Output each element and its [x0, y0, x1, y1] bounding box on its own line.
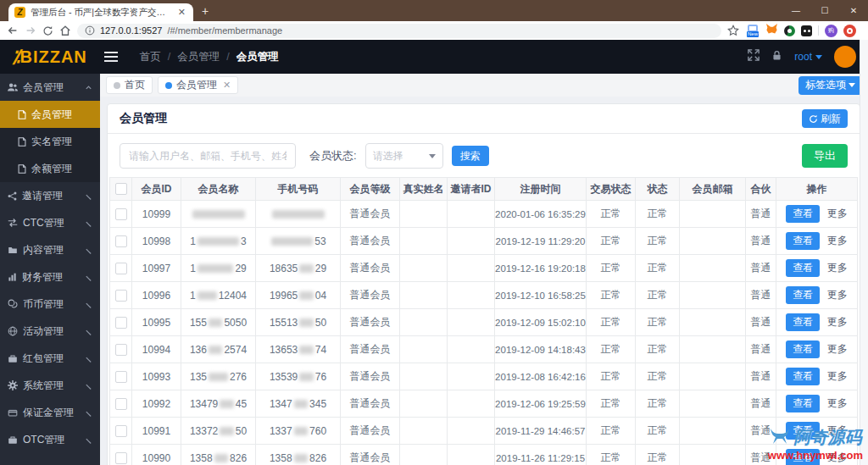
- view-button[interactable]: 查看: [786, 368, 820, 385]
- tag-options-button[interactable]: 标签选项: [798, 76, 862, 95]
- sidebar-group[interactable]: 系统管理: [0, 372, 100, 399]
- dark-extension-icon[interactable]: [801, 25, 812, 36]
- sidebar-subitem[interactable]: 实名管理: [0, 128, 100, 155]
- view-button[interactable]: 查看: [786, 313, 820, 331]
- redacted-text: [220, 427, 234, 435]
- row-checkbox[interactable]: [115, 344, 127, 356]
- browser-tab[interactable]: Z 管理后台 - 币严|全球数字资产交… ✕: [8, 3, 193, 21]
- cell-email: [680, 309, 746, 336]
- search-button[interactable]: 搜索: [452, 146, 489, 166]
- more-button[interactable]: 更多: [827, 208, 848, 219]
- view-button[interactable]: 查看: [786, 232, 820, 250]
- cell-email: [680, 445, 746, 465]
- refresh-button[interactable]: 刷新: [802, 109, 848, 128]
- page-scrollbar[interactable]: [860, 40, 868, 465]
- cell-email: [680, 418, 746, 445]
- user-dropdown[interactable]: root: [794, 51, 822, 63]
- reload-icon[interactable]: [42, 25, 53, 36]
- tab-dot-icon: [114, 82, 120, 89]
- row-checkbox[interactable]: [115, 263, 127, 274]
- sidebar-group[interactable]: OTC管理: [0, 426, 100, 453]
- sidebar-group[interactable]: 内容管理: [0, 236, 100, 263]
- address-bar[interactable]: 127.0.0.1:9527/#/member/membermanage: [77, 24, 721, 38]
- view-button[interactable]: 查看: [786, 340, 820, 358]
- column-header: 邀请者ID: [448, 178, 495, 201]
- tab-dot-icon: [165, 82, 172, 89]
- folder-icon: [8, 246, 18, 255]
- more-button[interactable]: 更多: [827, 397, 848, 409]
- more-button[interactable]: 更多: [827, 289, 848, 301]
- row-checkbox[interactable]: [115, 452, 127, 464]
- cell-register-time: 2019-11-29 14:46:57: [495, 418, 587, 445]
- sidebar-group[interactable]: 邀请管理: [0, 182, 100, 209]
- view-button[interactable]: 查看: [786, 259, 820, 277]
- view-button[interactable]: 查看: [786, 205, 820, 223]
- bookmark-star-icon[interactable]: [727, 25, 739, 36]
- hamburger-menu-icon[interactable]: [104, 52, 118, 62]
- row-checkbox[interactable]: [115, 371, 127, 383]
- more-button[interactable]: 更多: [827, 262, 848, 274]
- select-all-header: [110, 178, 132, 201]
- more-button[interactable]: 更多: [827, 235, 848, 246]
- green-extension-icon[interactable]: [784, 25, 795, 36]
- refresh-icon: [809, 114, 818, 124]
- view-button[interactable]: 查看: [786, 286, 820, 304]
- table-row: 10993 135276 1353976 普通会员 2019-12-08 16:…: [110, 363, 858, 390]
- tab-close-icon[interactable]: ✕: [176, 7, 187, 18]
- share-icon: [8, 191, 17, 201]
- more-button[interactable]: 更多: [827, 370, 848, 382]
- sidebar-group[interactable]: 财务管理: [0, 263, 100, 291]
- row-checkbox[interactable]: [115, 208, 127, 220]
- column-header: 注册时间: [495, 178, 587, 201]
- tab-close-icon[interactable]: ✕: [223, 80, 231, 91]
- fullscreen-icon[interactable]: [748, 49, 760, 64]
- row-checkbox[interactable]: [115, 235, 127, 247]
- info-icon[interactable]: [85, 25, 95, 36]
- forward-icon[interactable]: [25, 25, 36, 36]
- select-all-checkbox[interactable]: [115, 183, 127, 195]
- tab-home[interactable]: 首页: [106, 76, 153, 94]
- cell-member-name: 1337250: [181, 418, 256, 445]
- sidebar-group[interactable]: 红包管理: [0, 345, 100, 372]
- more-button[interactable]: 更多: [827, 343, 848, 355]
- cell-realname: [400, 363, 448, 390]
- view-button[interactable]: 查看: [786, 395, 820, 412]
- tab-member-manage[interactable]: 会员管理 ✕: [158, 76, 238, 94]
- cell-register-time: 2019-12-10 16:58:25: [495, 282, 587, 309]
- minimize-icon[interactable]: —: [782, 0, 810, 21]
- maximize-icon[interactable]: ☐: [810, 0, 839, 21]
- row-checkbox[interactable]: [115, 398, 127, 410]
- cell-phone: 1551350: [256, 309, 341, 336]
- row-checkbox[interactable]: [115, 425, 127, 437]
- breadcrumb-parent[interactable]: 会员管理: [177, 50, 220, 64]
- status-select[interactable]: 请选择: [365, 143, 443, 169]
- sidebar-group[interactable]: 保证金管理: [0, 399, 100, 426]
- back-icon[interactable]: [7, 25, 19, 36]
- cell-phone: 1863529: [256, 255, 341, 282]
- row-checkbox[interactable]: [115, 317, 127, 329]
- table-row: 10990 1358826 1358826 普通会员 2019-11-26 11…: [110, 445, 858, 465]
- user-avatar[interactable]: [834, 46, 856, 68]
- row-checkbox[interactable]: [115, 290, 127, 302]
- cell-checkbox: [110, 282, 132, 309]
- metamask-icon[interactable]: [765, 23, 778, 38]
- red-extension-icon[interactable]: [843, 25, 856, 37]
- breadcrumb-home[interactable]: 首页: [140, 50, 161, 64]
- cell-trade-status: 正常: [587, 336, 636, 363]
- sidebar-subitem[interactable]: 余额管理: [0, 155, 100, 182]
- member-search-input[interactable]: [120, 143, 296, 169]
- more-button[interactable]: 更多: [827, 316, 848, 328]
- devtools-extension-icon[interactable]: New: [747, 25, 760, 36]
- sidebar-group[interactable]: 活动管理: [0, 318, 100, 345]
- cell-actions: 查看 更多: [776, 309, 858, 336]
- export-button[interactable]: 导出: [802, 144, 848, 168]
- lock-icon[interactable]: [771, 49, 782, 64]
- sidebar-group[interactable]: 币币管理: [0, 291, 100, 318]
- sidebar-group[interactable]: 会员管理: [0, 74, 100, 101]
- home-icon[interactable]: [59, 25, 71, 36]
- profile-avatar[interactable]: 购: [825, 25, 837, 37]
- new-tab-button[interactable]: +: [193, 3, 217, 21]
- close-icon[interactable]: ✕: [839, 0, 868, 21]
- sidebar-subitem[interactable]: 会员管理: [0, 101, 100, 128]
- sidebar-group[interactable]: CTC管理: [0, 209, 100, 236]
